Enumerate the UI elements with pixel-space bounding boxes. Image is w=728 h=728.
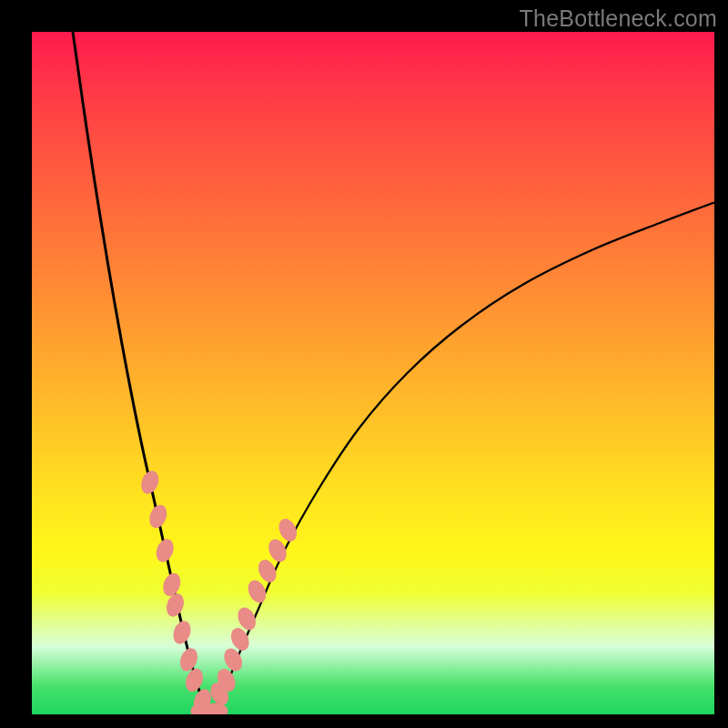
watermark-text: TheBottleneck.com (520, 5, 717, 32)
data-marker (153, 537, 177, 565)
curve-right-branch (209, 203, 714, 715)
data-marker (138, 469, 162, 497)
chart-plot-area (32, 32, 714, 714)
data-marker (265, 536, 289, 564)
data-marker (147, 502, 170, 531)
data-marker (170, 619, 194, 647)
chart-svg (32, 32, 714, 714)
data-marker (255, 557, 279, 585)
chart-frame: TheBottleneck.com (0, 0, 728, 728)
chart-markers (138, 469, 300, 714)
curve-left-branch (73, 32, 209, 714)
data-marker (276, 516, 300, 544)
